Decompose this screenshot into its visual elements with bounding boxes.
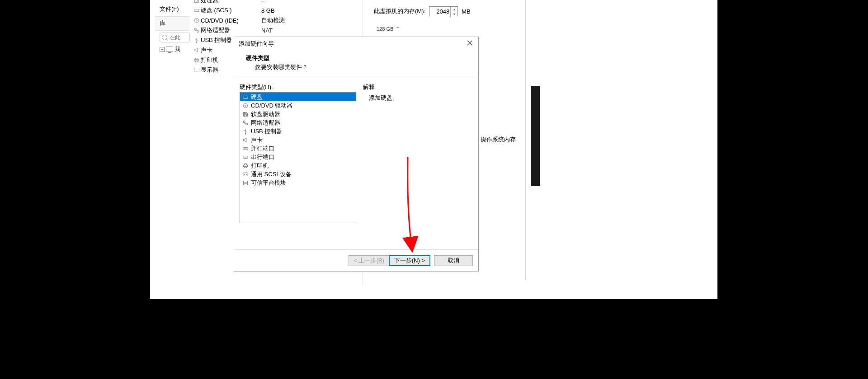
svg-point-4 <box>194 18 199 23</box>
hw-item-floppy[interactable]: 软盘驱动器 <box>240 110 356 118</box>
menu-file[interactable]: 文件(F) <box>160 5 179 13</box>
memory-unit: MB <box>462 8 471 15</box>
serial-port-icon <box>242 154 249 160</box>
svg-rect-25 <box>244 164 246 165</box>
svg-rect-1 <box>196 0 198 1</box>
next-button[interactable]: 下一步(N) > <box>389 255 430 266</box>
svg-rect-6 <box>195 28 197 30</box>
usb-icon <box>193 37 201 43</box>
svg-rect-18 <box>244 114 246 116</box>
svg-rect-7 <box>197 31 199 33</box>
spinner-down-icon[interactable]: ▼ <box>451 12 458 17</box>
memory-slider-tick <box>396 27 399 28</box>
add-hardware-wizard-dialog: 添加硬件向导 硬件类型 您要安装哪类硬件？ 硬件类型(H): 解释 硬盘 CD/… <box>234 37 479 271</box>
library-label: 库 <box>160 19 165 28</box>
svg-point-8 <box>196 42 197 43</box>
hw-item-serial[interactable]: 串行端口 <box>240 153 356 161</box>
hardware-types-listbox[interactable]: 硬盘 CD/DVD 驱动器 软盘驱动器 网络适配器 USB 控制器 声卡 <box>240 92 356 223</box>
explanation-label: 解释 <box>363 83 375 91</box>
svg-rect-19 <box>244 121 245 122</box>
floppy-icon <box>242 111 249 117</box>
svg-point-21 <box>245 133 246 134</box>
display-icon <box>193 67 201 73</box>
parallel-port-icon <box>242 145 249 152</box>
network-icon <box>193 27 201 33</box>
svg-point-16 <box>245 105 246 106</box>
svg-point-15 <box>243 103 248 108</box>
hdd-icon <box>242 94 249 100</box>
device-row-hdd[interactable]: 硬盘 (SCSI) 8 GB <box>193 5 364 15</box>
device-row-cddvd[interactable]: CD/DVD (IDE) 自动检测 <box>193 15 364 25</box>
memory-spinner[interactable]: ▲ ▼ <box>450 7 458 17</box>
svg-point-29 <box>246 174 247 175</box>
close-button[interactable] <box>464 38 476 48</box>
memory-slider-tick-label: 128 GB <box>377 26 393 32</box>
network-icon <box>242 120 249 126</box>
disc-icon <box>193 17 201 23</box>
hw-item-parallel[interactable]: 并行端口 <box>240 144 356 153</box>
hw-item-usb[interactable]: USB 控制器 <box>240 127 356 136</box>
svg-rect-17 <box>244 112 246 113</box>
memory-label: 此虚拟机的内存(M): <box>374 7 425 15</box>
wizard-heading: 硬件类型 <box>246 54 308 62</box>
hw-item-sound[interactable]: 声卡 <box>240 136 356 144</box>
wizard-title: 添加硬件向导 <box>239 40 274 48</box>
app-window: 文件(F) 库 − 我 处理器 – 硬盘 (SCSI) 8 GB CD/DVD … <box>150 0 717 299</box>
cancel-button[interactable]: 取消 <box>434 255 473 266</box>
search-input[interactable] <box>169 34 189 41</box>
search-icon <box>162 35 167 40</box>
hw-item-scsi[interactable]: 通用 SCSI 设备 <box>240 170 356 178</box>
background-dark-region <box>531 86 540 186</box>
tree-item-label: 我 <box>175 45 180 53</box>
spinner-up-icon[interactable]: ▲ <box>451 7 458 12</box>
guest-os-memory-text: 操作系统内存 <box>481 136 516 144</box>
library-header: 库 <box>155 16 190 31</box>
svg-point-14 <box>247 97 247 97</box>
svg-point-5 <box>196 20 198 21</box>
printer-icon <box>242 163 249 169</box>
svg-point-28 <box>244 174 245 175</box>
settings-dialog-right-border <box>525 0 526 280</box>
svg-rect-30 <box>244 181 248 185</box>
printer-icon <box>193 57 201 63</box>
svg-point-3 <box>198 10 198 10</box>
hw-item-tpm[interactable]: 可信平台模块 <box>240 178 356 187</box>
back-button: < 上一步(B) <box>349 255 389 266</box>
wizard-footer: < 上一步(B) 下一步(N) > 取消 <box>234 249 478 271</box>
svg-rect-10 <box>195 58 198 60</box>
hdd-icon <box>193 7 201 14</box>
disc-icon <box>242 103 249 109</box>
sound-icon <box>193 47 201 53</box>
search-box[interactable] <box>160 33 190 42</box>
hw-item-cddvd[interactable]: CD/DVD 驱动器 <box>240 101 356 110</box>
svg-rect-12 <box>194 68 199 71</box>
cpu-icon <box>193 0 201 4</box>
explanation-text: 添加硬盘。 <box>369 94 398 102</box>
tree-collapse-icon[interactable]: − <box>160 47 165 52</box>
device-row-processor[interactable]: 处理器 – <box>193 0 364 5</box>
hw-item-printer[interactable]: 打印机 <box>240 161 356 170</box>
svg-rect-31 <box>245 182 246 184</box>
close-icon <box>467 40 472 46</box>
sound-icon <box>242 137 249 143</box>
wizard-separator <box>234 78 478 78</box>
hw-item-harddisk[interactable]: 硬盘 <box>240 93 356 101</box>
memory-input[interactable]: 2048 ▲ ▼ <box>429 6 458 16</box>
usb-icon <box>242 128 249 135</box>
device-row-network[interactable]: 网络适配器 NAT <box>193 25 364 35</box>
hardware-types-label: 硬件类型(H): <box>240 83 273 91</box>
wizard-subheading: 您要安装哪类硬件？ <box>255 63 308 71</box>
scsi-icon <box>242 171 249 178</box>
tpm-icon <box>242 180 249 186</box>
computer-icon <box>166 47 173 52</box>
wizard-header: 硬件类型 您要安装哪类硬件？ <box>246 54 308 71</box>
library-tree-item[interactable]: − 我 <box>160 45 180 53</box>
memory-value: 2048 <box>436 8 449 15</box>
hw-item-network[interactable]: 网络适配器 <box>240 118 356 127</box>
svg-rect-20 <box>246 123 248 125</box>
